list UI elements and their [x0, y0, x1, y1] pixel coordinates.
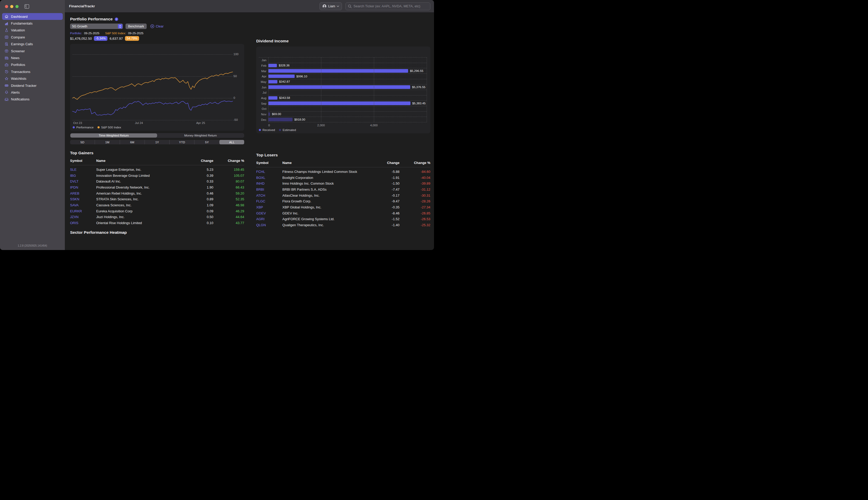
table-row-jzxn[interactable]: JZXNJiuzi Holdings, Inc.0.5044.64 — [70, 214, 244, 220]
dividend-bar[interactable] — [268, 118, 292, 121]
dividend-bar[interactable] — [268, 80, 277, 83]
zoom-button[interactable] — [15, 5, 19, 8]
table-row-flgc[interactable]: FLGCFlora Growth Corp.-9.47-28.26 — [256, 198, 430, 204]
symbol-link[interactable]: AREB — [70, 191, 96, 195]
search-input[interactable] — [354, 4, 428, 8]
portfolio-select[interactable]: 5G Growth — [70, 24, 123, 29]
table-row-gdev[interactable]: GDEVGDEV Inc.-8.46-26.85 — [256, 210, 430, 216]
minimize-button[interactable] — [10, 5, 13, 8]
info-icon[interactable]: i — [115, 18, 118, 21]
range-5d[interactable]: 5D — [70, 140, 95, 144]
legend-label: Received — [263, 128, 275, 132]
x-tick-label: 2,000 — [317, 124, 325, 127]
range-1y[interactable]: 1Y — [144, 140, 170, 144]
symbol-link[interactable]: QLGN — [256, 223, 282, 227]
dividend-bar[interactable] — [268, 85, 410, 89]
range-5y[interactable]: 5Y — [194, 140, 219, 144]
sidebar-item-compare[interactable]: Compare — [2, 34, 63, 41]
symbol-link[interactable]: XBP — [256, 205, 282, 209]
top-gainers-heading: Top Gainers — [70, 151, 244, 155]
sidebar-item-transactions[interactable]: Transactions — [2, 68, 63, 75]
table-row-ibg[interactable]: IBGInnovation Beverage Group Limited0.39… — [70, 173, 244, 179]
symbol-link[interactable]: FCHL — [256, 170, 282, 174]
symbol-link[interactable]: AGRI — [256, 217, 282, 221]
close-button[interactable] — [5, 5, 8, 8]
range-ytd[interactable]: YTD — [170, 140, 194, 144]
table-row-sava[interactable]: SAVACassava Sciences, Inc.1.0946.98 — [70, 202, 244, 208]
toggle-time-weighted-return[interactable]: Time-Weighted Return — [70, 133, 157, 138]
table-row-fchl[interactable]: FCHLFitness Champs Holdings Limited Comm… — [256, 169, 430, 175]
table-row-areb[interactable]: AREBAmerican Rebel Holdings, Inc.0.4659.… — [70, 190, 244, 196]
sidebar-item-alerts[interactable]: Alerts — [2, 89, 63, 96]
table-row-atch[interactable]: ATCHAtlasClear Holdings, Inc.-0.17-30.31 — [256, 192, 430, 198]
sidebar-item-earnings-calls[interactable]: Earnings Calls — [2, 41, 63, 48]
sidebar-item-portfolios[interactable]: Portfolios — [2, 61, 63, 68]
col-change: Change — [376, 161, 400, 165]
bar-area — [268, 90, 427, 95]
table-row-ipdn[interactable]: IPDNProfessional Diversity Network, Inc.… — [70, 184, 244, 190]
symbol-link[interactable]: SSKN — [70, 197, 96, 201]
sidebar-item-news[interactable]: News — [2, 54, 63, 61]
symbol-link[interactable]: ORIS — [70, 221, 96, 225]
portfolio-date-label: Portfolio: — [70, 32, 82, 35]
table-row-eurkr[interactable]: EURKREureka Acquisition Corp0.0946.29 — [70, 208, 244, 214]
symbol-link[interactable]: FLGC — [256, 199, 282, 203]
toggle-money-weighted-return[interactable]: Money-Weighted Return — [157, 133, 244, 138]
symbol-link[interactable]: JZXN — [70, 215, 96, 219]
benchmark-button[interactable]: Benchmark — [126, 24, 147, 29]
sidebar-item-fundamentals[interactable]: Fundamentals — [2, 20, 63, 27]
col-symbol: Symbol — [70, 159, 96, 163]
range-all[interactable]: ALL — [219, 140, 244, 144]
series-s-p-500-index — [72, 72, 233, 99]
dividend-bar[interactable] — [268, 101, 410, 105]
symbol-link[interactable]: ATCH — [256, 194, 282, 197]
table-row-sle[interactable]: SLESuper League Enterprise, Inc.5.23159.… — [70, 167, 244, 173]
banknote-icon — [4, 83, 9, 88]
symbol-link[interactable]: EURKR — [70, 209, 96, 213]
change-value: 1.09 — [190, 203, 213, 207]
user-menu[interactable]: Liam — [320, 2, 342, 10]
range-1m[interactable]: 1M — [95, 140, 119, 144]
dividend-bar[interactable] — [268, 75, 294, 78]
dividend-bar[interactable] — [268, 64, 277, 67]
symbol-link[interactable]: IPDN — [70, 185, 96, 189]
sidebar-item-notifications[interactable]: Notifications — [2, 96, 63, 103]
clear-button[interactable]: Clear — [150, 24, 164, 28]
symbol-link[interactable]: IBG — [70, 174, 96, 178]
symbol-link[interactable]: SLE — [70, 168, 96, 172]
symbol-link[interactable]: DVLT — [70, 179, 96, 183]
table-row-oris[interactable]: ORISOriental Rise Holdings Limited0.1043… — [70, 220, 244, 226]
sidebar-item-valuation[interactable]: Valuation — [2, 27, 63, 34]
month-label: Jan — [259, 59, 268, 62]
sidebar-item-screener[interactable]: Screener — [2, 48, 63, 54]
sidebar-nav: DashboardFundamentalsValuationCompareEar… — [0, 13, 65, 103]
bar-value-label: $5,296.55 — [410, 69, 423, 72]
change-percent: -27.34 — [400, 205, 430, 209]
symbol-link[interactable]: BRBI — [256, 188, 282, 191]
table-row-qlgn[interactable]: QLGNQualigen Therapeutics, Inc.-1.40-25.… — [256, 222, 430, 228]
dividend-bar[interactable] — [268, 96, 277, 100]
legend-label: Estimated — [282, 128, 296, 132]
sidebar-item-watchlists[interactable]: Watchlists — [2, 75, 63, 82]
table-row-agri[interactable]: AGRIAgriFORCE Growing Systems Ltd.-1.52-… — [256, 216, 430, 222]
change-percent: -84.60 — [400, 170, 430, 174]
table-row-inhd[interactable]: INHDInno Holdings Inc. Common Stock-1.50… — [256, 180, 430, 186]
sidebar-item-dividend-tracker[interactable]: Dividend Tracker — [2, 82, 63, 89]
legend-item: Estimated — [279, 128, 296, 132]
symbol-link[interactable]: INHD — [256, 181, 282, 185]
table-row-sskn[interactable]: SSKNSTRATA Skin Sciences, Inc.0.8952.35 — [70, 196, 244, 202]
table-row-boxl[interactable]: BOXLBoxlight Corporation-1.91-40.04 — [256, 175, 430, 181]
sidebar-item-dashboard[interactable]: Dashboard — [2, 13, 63, 20]
change-percent: -30.31 — [400, 194, 430, 197]
table-row-brbi[interactable]: BRBIBRBI BR Partners S.A. ADSs-7.47-31.1… — [256, 186, 430, 192]
sidebar-toggle-icon[interactable] — [24, 4, 29, 9]
symbol-link[interactable]: SAVA — [70, 203, 96, 207]
range-6m[interactable]: 6M — [120, 140, 144, 144]
table-row-xbp[interactable]: XBPXBP Global Holdings, Inc.-0.35-27.34 — [256, 204, 430, 210]
symbol-link[interactable]: GDEV — [256, 211, 282, 215]
table-row-dvlt[interactable]: DVLTDatavault AI Inc.0.3380.07 — [70, 178, 244, 184]
dividend-bar[interactable] — [268, 69, 408, 72]
symbol-link[interactable]: BOXL — [256, 176, 282, 180]
bar-area: $5,383.45 — [268, 101, 427, 106]
dividend-bar[interactable] — [268, 112, 270, 116]
